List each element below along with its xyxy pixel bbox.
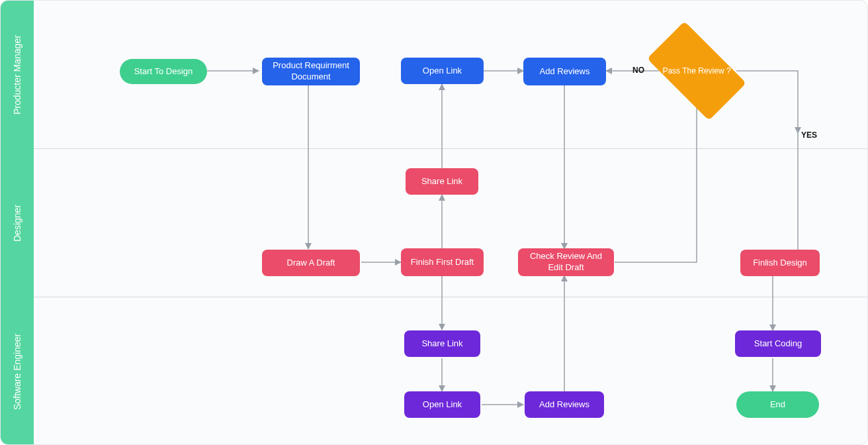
lane-label-pm-text: Producter Manager: [12, 35, 22, 115]
node-start-coding: Start Coding: [735, 330, 821, 357]
lane-se: [34, 297, 867, 445]
swimlane-diagram: Producter Manager Designer Software Engi…: [0, 0, 868, 445]
node-share-link-designer: Share Link: [406, 168, 478, 195]
node-decision: Pass The Review ?: [660, 44, 733, 97]
lane-label-designer-text: Designer: [12, 205, 22, 242]
node-draw-draft: Draw A Draft: [262, 250, 360, 276]
node-prd: Product Requirment Document: [262, 58, 360, 85]
decision-yes-label: YES: [801, 130, 817, 140]
node-start: Start To Design: [120, 59, 207, 84]
node-finish-design: Finlish Design: [740, 250, 820, 276]
lane-label-se: Software Engineer: [1, 297, 34, 445]
node-finish-first-draft: Finish First Draft: [401, 248, 484, 276]
node-add-reviews-pm: Add Reviews: [523, 58, 606, 85]
lane-label-designer: Designer: [1, 149, 34, 297]
node-open-link-se: Open Link: [404, 391, 480, 418]
node-check-review: Check Review And Edit Draft: [518, 248, 614, 276]
lane-label-pm: Producter Manager: [1, 1, 34, 149]
node-open-link-pm: Open Link: [401, 58, 484, 84]
node-end: End: [736, 391, 819, 418]
decision-no-label: NO: [632, 66, 644, 75]
node-add-reviews-se: Add Reviews: [525, 391, 604, 418]
lane-label-se-text: Software Engineer: [12, 333, 22, 409]
node-share-link-se: Share Link: [404, 330, 480, 357]
